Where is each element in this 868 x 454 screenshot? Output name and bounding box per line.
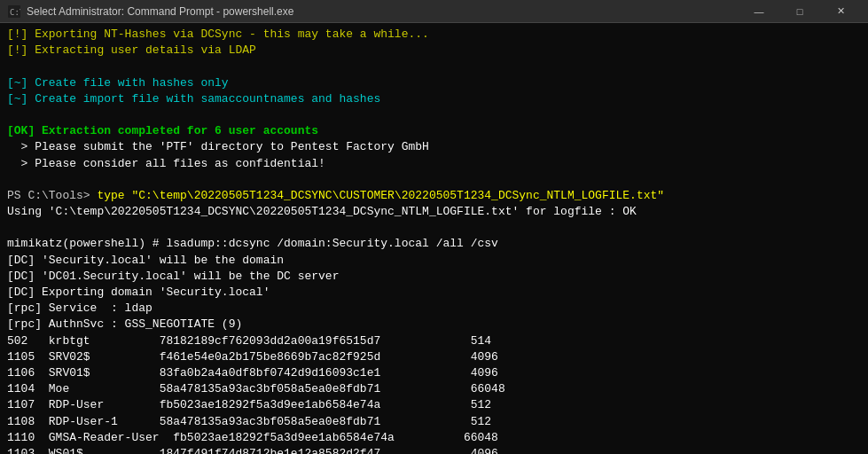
- line-5: [~] Create import file with samaccountna…: [7, 91, 861, 107]
- close-button[interactable]: ✕: [820, 0, 861, 23]
- line-19: [rpc] AuthnSvc : GSS_NEGOTIATE (9): [7, 317, 861, 333]
- line-6: [7, 107, 861, 123]
- line-24: 1107 RDP-User fb5023ae18292f5a3d9ee1ab65…: [7, 397, 861, 413]
- line-26: 1110 GMSA-Reader-User fb5023ae18292f5a3d…: [7, 430, 861, 446]
- terminal-window: [!] Exporting NT-Hashes via DCSync - thi…: [0, 23, 868, 454]
- window-title: Select Administrator: Command Prompt - p…: [27, 5, 739, 18]
- title-bar: C:\ Select Administrator: Command Prompt…: [0, 0, 868, 23]
- line-14: mimikatz(powershell) # lsadump::dcsync /…: [7, 236, 861, 252]
- line-15: [DC] 'Security.local' will be the domain: [7, 253, 861, 269]
- line-20: 502 krbtgt 78182189cf762093dd2a00a19f651…: [7, 333, 861, 349]
- terminal-icon: C:\: [7, 4, 21, 19]
- line-10: [7, 172, 861, 188]
- line-12: Using 'C:\temp\20220505T1234_DCSYNC\2022…: [7, 204, 861, 220]
- line-9: > Please consider all files as confident…: [7, 156, 861, 172]
- line-22: 1106 SRV01$ 83fa0b2a4a0df8bf0742d9d16093…: [7, 365, 861, 381]
- line-25: 1108 RDP-User-1 58a478135a93ac3bf058a5ea…: [7, 414, 861, 430]
- line-3: [7, 59, 861, 74]
- window-controls: — □ ✕: [739, 0, 861, 23]
- svg-text:C:\: C:\: [10, 8, 20, 17]
- line-21: 1105 SRV02$ f461e54e0a2b175be8669b7ac82f…: [7, 349, 861, 365]
- line-16: [DC] 'DC01.Security.local' will be the D…: [7, 269, 861, 285]
- line-2: [!] Extracting user details via LDAP: [7, 43, 861, 59]
- line-23: 1104 Moe 58a478135a93ac3bf058a5ea0e8fdb7…: [7, 381, 861, 397]
- line-1: [!] Exporting NT-Hashes via DCSync - thi…: [7, 27, 861, 43]
- line-13: [7, 220, 861, 236]
- line-17: [DC] Exporting domain 'Security.local': [7, 285, 861, 301]
- line-8: > Please submit the 'PTF' directory to P…: [7, 139, 861, 155]
- line-11: PS C:\Tools> type "C:\temp\20220505T1234…: [7, 188, 861, 204]
- line-27: 1103 WS01$ 1847f491f74d8712be1e12a8582d2…: [7, 446, 861, 454]
- line-18: [rpc] Service : ldap: [7, 301, 861, 317]
- maximize-button[interactable]: □: [779, 0, 820, 23]
- line-4: [~] Create file with hashes only: [7, 75, 861, 91]
- minimize-button[interactable]: —: [739, 0, 779, 23]
- line-7: [OK] Extraction completed for 6 user acc…: [7, 123, 861, 139]
